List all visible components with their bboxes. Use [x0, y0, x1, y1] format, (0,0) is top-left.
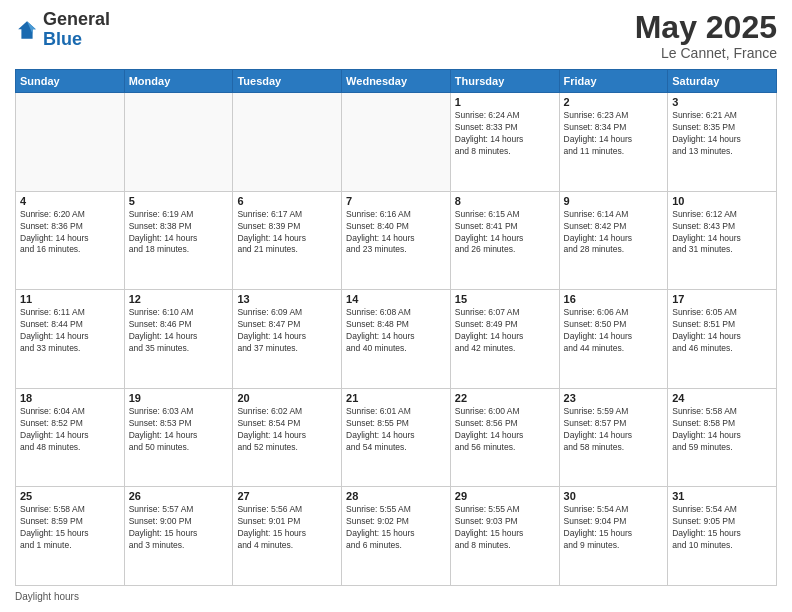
calendar-cell: 14Sunrise: 6:08 AM Sunset: 8:48 PM Dayli…	[342, 290, 451, 389]
calendar-cell: 24Sunrise: 5:58 AM Sunset: 8:58 PM Dayli…	[668, 388, 777, 487]
day-info: Sunrise: 6:10 AM Sunset: 8:46 PM Dayligh…	[129, 307, 229, 355]
calendar-cell: 31Sunrise: 5:54 AM Sunset: 9:05 PM Dayli…	[668, 487, 777, 586]
day-info: Sunrise: 6:01 AM Sunset: 8:55 PM Dayligh…	[346, 406, 446, 454]
day-number: 13	[237, 293, 337, 305]
day-info: Sunrise: 6:24 AM Sunset: 8:33 PM Dayligh…	[455, 110, 555, 158]
svg-marker-0	[18, 21, 36, 39]
day-info: Sunrise: 6:21 AM Sunset: 8:35 PM Dayligh…	[672, 110, 772, 158]
day-info: Sunrise: 6:16 AM Sunset: 8:40 PM Dayligh…	[346, 209, 446, 257]
day-info: Sunrise: 5:55 AM Sunset: 9:03 PM Dayligh…	[455, 504, 555, 552]
calendar-cell: 7Sunrise: 6:16 AM Sunset: 8:40 PM Daylig…	[342, 191, 451, 290]
day-number: 9	[564, 195, 664, 207]
calendar-cell: 27Sunrise: 5:56 AM Sunset: 9:01 PM Dayli…	[233, 487, 342, 586]
day-number: 27	[237, 490, 337, 502]
day-info: Sunrise: 5:58 AM Sunset: 8:59 PM Dayligh…	[20, 504, 120, 552]
day-number: 19	[129, 392, 229, 404]
calendar-cell: 8Sunrise: 6:15 AM Sunset: 8:41 PM Daylig…	[450, 191, 559, 290]
calendar-header-row: SundayMondayTuesdayWednesdayThursdayFrid…	[16, 70, 777, 93]
calendar-cell: 16Sunrise: 6:06 AM Sunset: 8:50 PM Dayli…	[559, 290, 668, 389]
calendar-cell: 1Sunrise: 6:24 AM Sunset: 8:33 PM Daylig…	[450, 93, 559, 192]
calendar-cell: 11Sunrise: 6:11 AM Sunset: 8:44 PM Dayli…	[16, 290, 125, 389]
day-info: Sunrise: 5:55 AM Sunset: 9:02 PM Dayligh…	[346, 504, 446, 552]
day-info: Sunrise: 6:00 AM Sunset: 8:56 PM Dayligh…	[455, 406, 555, 454]
day-info: Sunrise: 6:08 AM Sunset: 8:48 PM Dayligh…	[346, 307, 446, 355]
col-header-tuesday: Tuesday	[233, 70, 342, 93]
week-row-3: 18Sunrise: 6:04 AM Sunset: 8:52 PM Dayli…	[16, 388, 777, 487]
calendar-cell: 18Sunrise: 6:04 AM Sunset: 8:52 PM Dayli…	[16, 388, 125, 487]
day-info: Sunrise: 6:09 AM Sunset: 8:47 PM Dayligh…	[237, 307, 337, 355]
day-number: 29	[455, 490, 555, 502]
day-number: 31	[672, 490, 772, 502]
col-header-thursday: Thursday	[450, 70, 559, 93]
calendar-cell: 10Sunrise: 6:12 AM Sunset: 8:43 PM Dayli…	[668, 191, 777, 290]
day-info: Sunrise: 6:06 AM Sunset: 8:50 PM Dayligh…	[564, 307, 664, 355]
day-info: Sunrise: 6:07 AM Sunset: 8:49 PM Dayligh…	[455, 307, 555, 355]
week-row-2: 11Sunrise: 6:11 AM Sunset: 8:44 PM Dayli…	[16, 290, 777, 389]
col-header-wednesday: Wednesday	[342, 70, 451, 93]
logo-icon	[15, 18, 39, 42]
day-number: 1	[455, 96, 555, 108]
day-info: Sunrise: 6:23 AM Sunset: 8:34 PM Dayligh…	[564, 110, 664, 158]
page: General Blue May 2025 Le Cannet, France …	[0, 0, 792, 612]
calendar-cell: 22Sunrise: 6:00 AM Sunset: 8:56 PM Dayli…	[450, 388, 559, 487]
day-number: 18	[20, 392, 120, 404]
day-number: 17	[672, 293, 772, 305]
day-number: 15	[455, 293, 555, 305]
calendar-cell: 30Sunrise: 5:54 AM Sunset: 9:04 PM Dayli…	[559, 487, 668, 586]
day-info: Sunrise: 6:03 AM Sunset: 8:53 PM Dayligh…	[129, 406, 229, 454]
calendar-cell: 28Sunrise: 5:55 AM Sunset: 9:02 PM Dayli…	[342, 487, 451, 586]
calendar-cell: 23Sunrise: 5:59 AM Sunset: 8:57 PM Dayli…	[559, 388, 668, 487]
day-number: 30	[564, 490, 664, 502]
day-number: 7	[346, 195, 446, 207]
day-info: Sunrise: 6:11 AM Sunset: 8:44 PM Dayligh…	[20, 307, 120, 355]
calendar-cell: 15Sunrise: 6:07 AM Sunset: 8:49 PM Dayli…	[450, 290, 559, 389]
location: Le Cannet, France	[635, 45, 777, 61]
calendar-cell: 19Sunrise: 6:03 AM Sunset: 8:53 PM Dayli…	[124, 388, 233, 487]
day-info: Sunrise: 6:20 AM Sunset: 8:36 PM Dayligh…	[20, 209, 120, 257]
day-info: Sunrise: 6:19 AM Sunset: 8:38 PM Dayligh…	[129, 209, 229, 257]
day-info: Sunrise: 5:54 AM Sunset: 9:05 PM Dayligh…	[672, 504, 772, 552]
col-header-friday: Friday	[559, 70, 668, 93]
week-row-4: 25Sunrise: 5:58 AM Sunset: 8:59 PM Dayli…	[16, 487, 777, 586]
calendar-cell	[342, 93, 451, 192]
day-number: 21	[346, 392, 446, 404]
day-number: 11	[20, 293, 120, 305]
calendar-cell	[124, 93, 233, 192]
day-info: Sunrise: 6:02 AM Sunset: 8:54 PM Dayligh…	[237, 406, 337, 454]
day-number: 25	[20, 490, 120, 502]
day-number: 3	[672, 96, 772, 108]
logo-blue-text: Blue	[43, 30, 110, 50]
calendar-cell: 2Sunrise: 6:23 AM Sunset: 8:34 PM Daylig…	[559, 93, 668, 192]
day-info: Sunrise: 5:57 AM Sunset: 9:00 PM Dayligh…	[129, 504, 229, 552]
day-number: 20	[237, 392, 337, 404]
day-info: Sunrise: 6:14 AM Sunset: 8:42 PM Dayligh…	[564, 209, 664, 257]
day-number: 4	[20, 195, 120, 207]
calendar-cell: 5Sunrise: 6:19 AM Sunset: 8:38 PM Daylig…	[124, 191, 233, 290]
calendar-cell: 12Sunrise: 6:10 AM Sunset: 8:46 PM Dayli…	[124, 290, 233, 389]
week-row-0: 1Sunrise: 6:24 AM Sunset: 8:33 PM Daylig…	[16, 93, 777, 192]
calendar-cell: 6Sunrise: 6:17 AM Sunset: 8:39 PM Daylig…	[233, 191, 342, 290]
day-info: Sunrise: 5:56 AM Sunset: 9:01 PM Dayligh…	[237, 504, 337, 552]
legend: Daylight hours	[15, 591, 777, 602]
col-header-monday: Monday	[124, 70, 233, 93]
day-number: 14	[346, 293, 446, 305]
calendar-cell	[16, 93, 125, 192]
day-number: 28	[346, 490, 446, 502]
logo-text: General Blue	[43, 10, 110, 50]
day-number: 26	[129, 490, 229, 502]
calendar-cell: 4Sunrise: 6:20 AM Sunset: 8:36 PM Daylig…	[16, 191, 125, 290]
calendar-cell: 21Sunrise: 6:01 AM Sunset: 8:55 PM Dayli…	[342, 388, 451, 487]
day-number: 22	[455, 392, 555, 404]
day-number: 12	[129, 293, 229, 305]
col-header-saturday: Saturday	[668, 70, 777, 93]
calendar-cell	[233, 93, 342, 192]
day-info: Sunrise: 6:05 AM Sunset: 8:51 PM Dayligh…	[672, 307, 772, 355]
day-number: 2	[564, 96, 664, 108]
calendar-table: SundayMondayTuesdayWednesdayThursdayFrid…	[15, 69, 777, 586]
logo-general-text: General	[43, 10, 110, 30]
day-info: Sunrise: 5:59 AM Sunset: 8:57 PM Dayligh…	[564, 406, 664, 454]
title-block: May 2025 Le Cannet, France	[635, 10, 777, 61]
week-row-1: 4Sunrise: 6:20 AM Sunset: 8:36 PM Daylig…	[16, 191, 777, 290]
calendar-cell: 17Sunrise: 6:05 AM Sunset: 8:51 PM Dayli…	[668, 290, 777, 389]
calendar-cell: 13Sunrise: 6:09 AM Sunset: 8:47 PM Dayli…	[233, 290, 342, 389]
